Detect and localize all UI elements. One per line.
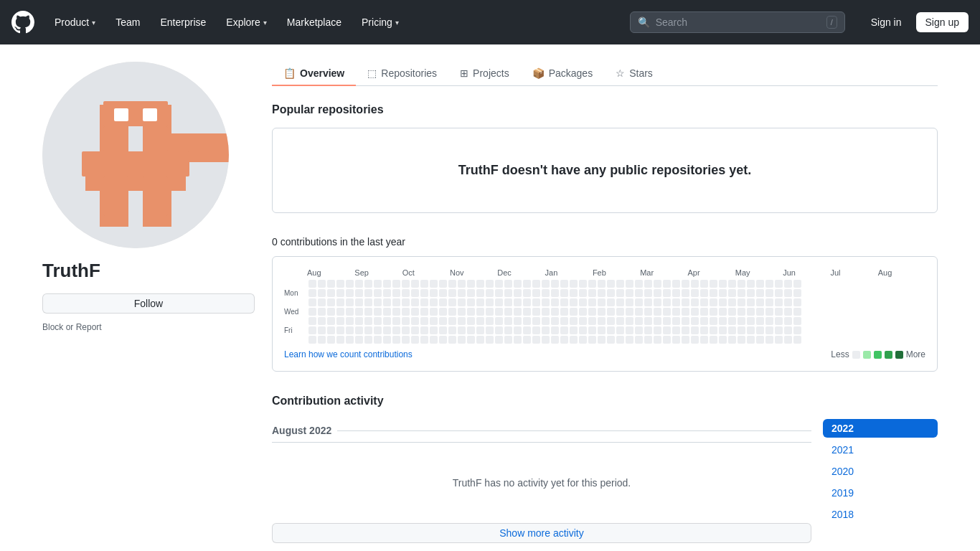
graph-cell: [486, 298, 494, 306]
graph-week: [728, 280, 736, 344]
graph-cell: [504, 336, 512, 344]
year-button-2018[interactable]: 2018: [823, 505, 938, 524]
graph-cell: [420, 336, 428, 344]
graph-cell: [504, 326, 512, 334]
learn-contributions-link[interactable]: Learn how we count contributions: [284, 349, 413, 359]
svg-rect-16: [143, 176, 168, 216]
graph-cell: [383, 308, 391, 316]
graph-cell: [383, 317, 391, 325]
search-input[interactable]: [656, 17, 821, 28]
graph-cell: [663, 298, 671, 306]
graph-cell: [775, 298, 783, 306]
graph-cell: [383, 289, 391, 297]
graph-cell: [756, 326, 764, 334]
graph-cell: [793, 298, 801, 306]
graph-cell: [738, 298, 745, 306]
graph-month-label: Aug: [307, 268, 354, 277]
profile-tabs: 📋 Overview ⬚ Repositories ⊞ Projects 📦 P…: [272, 62, 938, 86]
graph-cell: [607, 298, 615, 306]
graph-footer: Learn how we count contributions Less Mo…: [284, 349, 925, 359]
tab-stars-label: Stars: [629, 67, 653, 79]
signin-button[interactable]: Sign in: [862, 12, 910, 32]
tab-stars[interactable]: ☆ Stars: [604, 62, 664, 86]
nav-team[interactable]: Team: [107, 11, 149, 34]
empty-repos-box: TruthF doesn't have any public repositor…: [272, 128, 938, 213]
graph-cell: [793, 336, 801, 344]
graph-cell: [336, 308, 344, 316]
follow-button[interactable]: Follow: [42, 293, 255, 314]
graph-cell: [430, 326, 438, 334]
graph-cell: [383, 280, 391, 288]
nav-pricing[interactable]: Pricing ▾: [353, 11, 407, 34]
graph-month-label: Jan: [545, 268, 593, 277]
graph-cell: [626, 308, 633, 316]
graph-cell: [588, 317, 596, 325]
year-button-2019[interactable]: 2019: [823, 484, 938, 502]
graph-cell: [588, 280, 596, 288]
year-button-2022[interactable]: 2022: [823, 419, 938, 438]
legend-cell-0: [852, 351, 860, 359]
graph-cell: [476, 317, 484, 325]
graph-cell: [719, 289, 727, 297]
legend-less-label: Less: [831, 349, 849, 359]
signup-button[interactable]: Sign up: [916, 12, 969, 32]
graph-week: [383, 280, 391, 344]
tab-projects[interactable]: ⊞ Projects: [448, 62, 521, 86]
graph-week: [402, 280, 410, 344]
graph-cell: [355, 298, 363, 306]
graph-cell: [364, 298, 372, 306]
graph-cell: [738, 280, 745, 288]
graph-cell: [719, 298, 727, 306]
graph-cell: [430, 280, 438, 288]
graph-month-label: Aug: [878, 268, 925, 277]
graph-cell: [374, 280, 382, 288]
graph-cell: [439, 280, 447, 288]
graph-cell: [738, 317, 745, 325]
graph-cell: [514, 308, 522, 316]
graph-week: [756, 280, 764, 344]
graph-cell: [402, 317, 410, 325]
graph-cell: [784, 326, 792, 334]
graph-cell: [635, 308, 643, 316]
tab-packages[interactable]: 📦 Packages: [521, 62, 604, 86]
show-more-button[interactable]: Show more activity: [272, 523, 811, 543]
nav-enterprise[interactable]: Enterprise: [151, 11, 215, 34]
github-logo[interactable]: [11, 11, 34, 34]
graph-week: [364, 280, 372, 344]
graph-cell: [728, 336, 736, 344]
graph-cell: [728, 280, 736, 288]
nav-marketplace[interactable]: Marketplace: [278, 11, 350, 34]
graph-cell: [458, 298, 466, 306]
graph-cell: [560, 308, 568, 316]
graph-cell: [504, 308, 512, 316]
graph-cell: [532, 298, 540, 306]
graph-cell: [598, 317, 606, 325]
graph-cell: [514, 289, 522, 297]
graph-week: [719, 280, 727, 344]
graph-cell: [439, 317, 447, 325]
graph-week: [411, 280, 419, 344]
year-button-2020[interactable]: 2020: [823, 462, 938, 481]
year-button-2021[interactable]: 2021: [823, 441, 938, 459]
graph-cell: [411, 298, 419, 306]
graph-cell: [598, 289, 606, 297]
tab-repositories[interactable]: ⬚ Repositories: [356, 62, 448, 86]
graph-week: [654, 280, 661, 344]
nav-product[interactable]: Product ▾: [46, 11, 104, 34]
tab-overview[interactable]: 📋 Overview: [272, 62, 356, 86]
graph-cell: [579, 280, 587, 288]
graph-cell: [775, 289, 783, 297]
graph-cell: [486, 317, 494, 325]
activity-layout: August 2022 TruthF has no activity yet f…: [272, 419, 938, 543]
nav-explore[interactable]: Explore ▾: [217, 11, 275, 34]
tab-overview-icon: 📋: [283, 67, 296, 79]
graph-cell: [551, 336, 559, 344]
graph-cell: [392, 298, 400, 306]
graph-cell: [523, 326, 531, 334]
graph-week: [318, 280, 326, 344]
block-report-link[interactable]: Block or Report: [42, 319, 255, 335]
graph-cell: [542, 280, 550, 288]
graph-cell: [588, 308, 596, 316]
graph-cell: [560, 289, 568, 297]
search-box[interactable]: 🔍 /: [630, 11, 845, 33]
